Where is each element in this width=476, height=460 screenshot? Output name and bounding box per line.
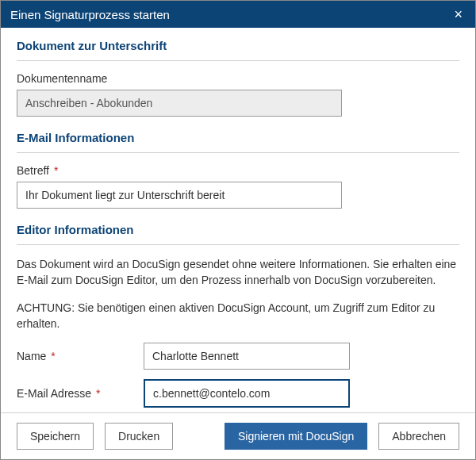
document-name-label: Dokumentenname	[17, 72, 459, 85]
signature-dialog: Einen Signaturprozess starten × Dokument…	[0, 0, 476, 460]
subject-input[interactable]	[17, 182, 342, 209]
editor-info-text: Das Dokument wird an DocuSign gesendet o…	[17, 256, 459, 289]
editor-email-label: E-Mail Adresse *	[17, 387, 144, 400]
editor-email-row: E-Mail Adresse *	[17, 379, 459, 408]
cancel-button[interactable]: Abbrechen	[378, 423, 459, 450]
section-email-heading: E-Mail Informationen	[17, 131, 459, 144]
editor-name-input[interactable]	[144, 343, 350, 370]
editor-warning-text: ACHTUNG: Sie benötigen einen aktiven Doc…	[17, 300, 459, 332]
close-icon[interactable]: ×	[451, 7, 466, 21]
section-document-heading: Dokument zur Unterschrift	[17, 39, 459, 52]
print-button[interactable]: Drucken	[105, 423, 173, 450]
save-button[interactable]: Speichern	[17, 423, 94, 450]
section-editor-heading: Editor Informationen	[17, 223, 459, 236]
required-marker: *	[54, 164, 58, 177]
subject-label-text: Betreff	[17, 164, 49, 177]
dialog-title: Einen Signaturprozess starten	[10, 8, 170, 21]
required-marker: *	[51, 350, 55, 362]
editor-email-input[interactable]	[144, 379, 350, 408]
editor-name-label-text: Name	[17, 350, 46, 362]
section-email: E-Mail Informationen Betreff *	[17, 131, 459, 209]
section-document: Dokument zur Unterschrift Dokumentenname	[17, 39, 459, 117]
editor-email-label-text: E-Mail Adresse	[17, 387, 91, 400]
dialog-footer: Speichern Drucken Signieren mit DocuSign…	[1, 412, 475, 459]
required-marker: *	[96, 387, 100, 400]
editor-name-label: Name *	[17, 350, 144, 362]
dialog-titlebar: Einen Signaturprozess starten ×	[1, 1, 475, 28]
editor-name-row: Name *	[17, 343, 459, 370]
divider	[17, 152, 459, 153]
divider	[17, 60, 459, 61]
document-name-input	[17, 90, 342, 117]
dialog-body: Dokument zur Unterschrift Dokumentenname…	[1, 28, 475, 412]
subject-label: Betreff *	[17, 164, 459, 177]
divider	[17, 244, 459, 245]
sign-button[interactable]: Signieren mit DocuSign	[225, 423, 367, 450]
section-editor: Editor Informationen Das Dokument wird a…	[17, 223, 459, 408]
